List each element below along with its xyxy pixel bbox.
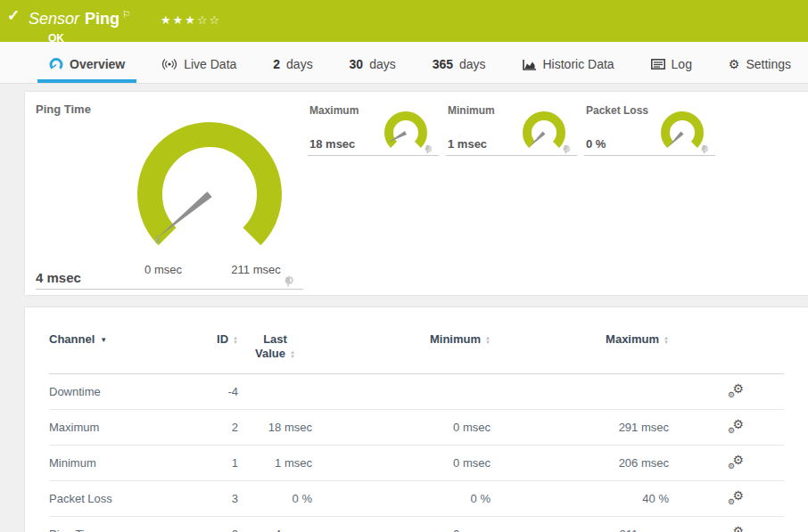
channel-row-downtime[interactable]: Downtime-4⚙⚙ — [49, 374, 784, 410]
gauge-value: 4 msec — [36, 270, 81, 285]
tab-label: Settings — [746, 57, 791, 71]
channel-id: 2 — [192, 410, 238, 446]
channel-minimum: 0 msec — [312, 446, 491, 481]
channel-maximum: 291 msec — [491, 410, 669, 446]
mini-gauges-row: Maximum18 msec⚙Minimum1 msec⚙Packet Loss… — [308, 100, 715, 156]
column-header-id[interactable]: ID▲▼ — [192, 307, 238, 374]
column-header-actions — [669, 307, 784, 374]
overview-gauges-panel: Ping Time x̄ 0 msec 211 msec 4 msec ⚙ Ma… — [25, 92, 808, 295]
sort-icon: ▲▼ — [290, 350, 295, 359]
channel-last-value: 1 msec — [238, 446, 312, 481]
channel-minimum — [312, 374, 491, 410]
channel-row-ping-time[interactable]: Ping Time04 msec0 msec211 msec⚙⚙ — [49, 517, 784, 532]
gauge-max-label: 211 msec — [231, 263, 280, 276]
channel-minimum: 0 % — [312, 481, 491, 517]
gauge-value: 1 msec — [448, 137, 487, 151]
channel-row-maximum[interactable]: Maximum218 msec0 msec291 msec⚙⚙ — [49, 410, 784, 446]
channel-maximum: 40 % — [491, 481, 669, 517]
tab-label: days — [286, 57, 313, 71]
tab-30-days[interactable]: 30days — [338, 57, 408, 83]
status-badge: OK — [48, 32, 799, 45]
channel-minimum: 0 msec — [312, 517, 491, 532]
gauge-title: Ping Time — [36, 102, 303, 116]
gear-icon[interactable]: ⚙ — [562, 144, 571, 153]
channel-maximum: 211 msec — [491, 517, 669, 532]
column-header-channel[interactable]: Channel▼ — [49, 307, 192, 374]
tab-log[interactable]: Log — [639, 57, 704, 83]
channel-name: Downtime — [49, 374, 192, 410]
gauge-value: 0 % — [586, 137, 606, 151]
gear-icon[interactable]: ⚙ — [284, 276, 294, 285]
gauge-value: 18 msec — [309, 137, 355, 151]
page-title: Ping — [85, 10, 120, 28]
broadcast-icon — [161, 59, 177, 70]
sort-icon: ▲▼ — [664, 336, 669, 345]
channel-settings-icon[interactable]: ⚙⚙ — [728, 454, 744, 469]
tab-365-days[interactable]: 365days — [421, 57, 498, 83]
tab-number: 365 — [433, 57, 453, 71]
channel-id: 1 — [192, 446, 238, 481]
tab-number: 2 — [273, 57, 280, 71]
tab-bar: OverviewLive Data2days30days365daysHisto… — [0, 42, 808, 84]
gauge-title: Minimum — [448, 104, 495, 117]
chart-icon — [523, 59, 537, 70]
priority-stars[interactable]: ★★★☆☆ — [161, 13, 221, 27]
gauge-icon — [49, 58, 63, 70]
gauge-mean-marker: x̄ — [155, 233, 161, 246]
tab-label: Overview — [70, 57, 125, 71]
channel-id: 0 — [192, 517, 238, 532]
channel-row-minimum[interactable]: Minimum11 msec0 msec206 msec⚙⚙ — [49, 446, 784, 481]
gear-icon[interactable]: ⚙ — [700, 144, 709, 153]
gauge-min-label: 0 msec — [144, 263, 182, 276]
check-icon: ✓ — [7, 6, 20, 25]
channel-last-value: 4 msec — [238, 517, 312, 532]
tab-label: days — [369, 57, 396, 71]
gauge-title: Maximum — [309, 104, 359, 117]
tab-label: Log — [672, 57, 692, 71]
sensor-kind-label: Sensor — [29, 10, 79, 28]
channel-last-value: 0 % — [238, 481, 312, 517]
tab-label: Live Data — [184, 57, 236, 71]
ping-time-gauge-widget: Ping Time x̄ 0 msec 211 msec 4 msec ⚙ — [36, 102, 303, 290]
channel-settings-icon[interactable]: ⚙⚙ — [728, 419, 744, 433]
tab-historic-data[interactable]: Historic Data — [511, 57, 626, 83]
channel-settings-icon[interactable]: ⚙⚙ — [728, 490, 744, 504]
tab-overview[interactable]: Overview — [37, 57, 136, 83]
channels-table: Channel▼ ID▲▼ Last Value▲▼ Minimum▲▼ Max… — [49, 307, 784, 532]
log-icon — [651, 59, 665, 70]
column-header-maximum[interactable]: Maximum▲▼ — [491, 307, 669, 374]
column-header-last-value[interactable]: Last Value▲▼ — [238, 307, 312, 374]
tab-label: Historic Data — [543, 57, 614, 71]
channel-id: 3 — [192, 481, 238, 517]
channel-last-value — [238, 374, 312, 410]
channel-id: -4 — [192, 374, 238, 410]
tab-live-data[interactable]: Live Data — [150, 57, 248, 83]
channel-settings-icon[interactable]: ⚙⚙ — [728, 526, 744, 532]
channel-maximum — [491, 374, 669, 410]
channel-name: Ping Time — [49, 517, 192, 532]
channel-maximum: 206 msec — [491, 446, 669, 481]
tab-2-days[interactable]: 2days — [261, 57, 324, 83]
channels-panel: Channel▼ ID▲▼ Last Value▲▼ Minimum▲▼ Max… — [25, 307, 808, 532]
gear-icon[interactable]: ⚙ — [424, 144, 433, 153]
channel-last-value: 18 msec — [238, 410, 312, 446]
channel-settings-icon[interactable]: ⚙⚙ — [728, 383, 744, 397]
flag-icon[interactable]: ⚐ — [122, 9, 131, 20]
channel-row-packet-loss[interactable]: Packet Loss30 %0 %40 %⚙⚙ — [49, 481, 784, 517]
column-header-minimum[interactable]: Minimum▲▼ — [312, 307, 491, 374]
tab-label: days — [459, 57, 486, 71]
gear-icon: ⚙ — [729, 57, 740, 71]
gauge-title: Packet Loss — [586, 104, 648, 117]
minimum-gauge-widget: Minimum1 msec⚙ — [446, 100, 577, 156]
channel-name: Minimum — [49, 446, 192, 481]
sort-icon: ▲▼ — [485, 336, 491, 345]
packet-loss-gauge-widget: Packet Loss0 %⚙ — [584, 100, 715, 156]
table-header-row: Channel▼ ID▲▼ Last Value▲▼ Minimum▲▼ Max… — [49, 307, 784, 374]
sensor-title-line: SensorPing⚐ ★★★☆☆ — [29, 5, 799, 29]
sort-desc-icon: ▼ — [100, 336, 107, 344]
channel-name: Maximum — [49, 410, 192, 446]
tab-settings[interactable]: ⚙Settings — [717, 57, 803, 83]
channel-name: Packet Loss — [49, 481, 192, 517]
channel-minimum: 0 msec — [312, 410, 491, 446]
sensor-header: ✓ SensorPing⚐ ★★★☆☆ OK — [0, 0, 808, 42]
